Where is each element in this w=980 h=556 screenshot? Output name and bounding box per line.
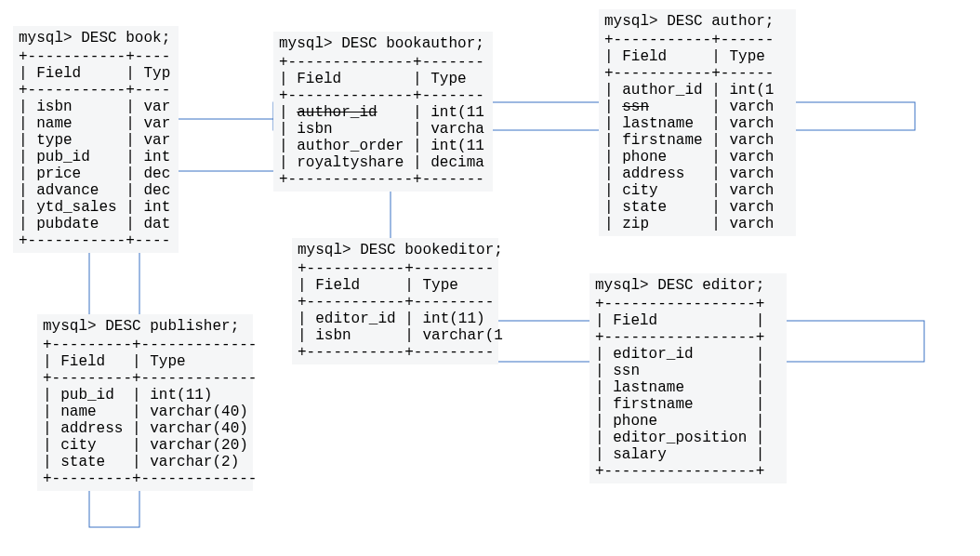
sep: +--------------+------- [279, 171, 487, 188]
table-row: | advance | dec [19, 182, 173, 199]
table-row: | phone | varch [604, 149, 790, 165]
header-row: | Field | Type [279, 71, 487, 87]
table-row: | editor_position | [595, 430, 781, 446]
header-row: | Field | Type [604, 48, 790, 65]
table-row: | lastname | [595, 379, 781, 396]
sep: +--------------+------- [279, 54, 487, 71]
sep: +-----------+---- [19, 48, 173, 65]
table-row: | address | varchar(40) [43, 420, 247, 437]
sep: +-----------+------ [604, 32, 790, 48]
table-row: | editor_id | int(11) [298, 311, 493, 327]
table-row: | royaltyshare | decima [279, 154, 487, 171]
sep: +-----------+--------- [298, 294, 493, 311]
table-row: | zip | varch [604, 216, 790, 232]
table-row: | salary | [595, 446, 781, 463]
table-row: | state | varch [604, 199, 790, 216]
table-row: | state | varchar(2) [43, 454, 247, 470]
header-row: | Field | Typ [19, 65, 173, 82]
desc-author-box: mysql> DESC author; +-----------+------ … [599, 9, 796, 236]
table-row: | pubdate | dat [19, 216, 173, 232]
table-row: | ssn | [595, 363, 781, 379]
desc-book-prompt: mysql> DESC book; [19, 30, 173, 46]
table-row: | phone | [595, 413, 781, 430]
desc-bookeditor-prompt: mysql> DESC bookeditor; [298, 242, 493, 258]
desc-publisher-prompt: mysql> DESC publisher; [43, 318, 247, 335]
desc-editor-box: mysql> DESC editor; +-----------------+ … [589, 273, 787, 483]
table-row: | pub_id | int(11) [43, 387, 247, 404]
sep: +-----------------+ [595, 463, 781, 480]
sep: +-----------+------ [604, 65, 790, 82]
table-row: | type | var [19, 132, 173, 149]
sep: +-----------+---- [19, 82, 173, 99]
table-row: | firstname | varch [604, 132, 790, 149]
table-row: | name | varchar(40) [43, 404, 247, 420]
sep: +-----------------+ [595, 296, 781, 312]
desc-book-box: mysql> DESC book; +-----------+---- | Fi… [13, 26, 179, 253]
table-row: | pub_id | int [19, 149, 173, 165]
table-row: | author_id | int(11 [279, 104, 487, 121]
table-row: | price | dec [19, 165, 173, 182]
sep: +---------+------------- [43, 337, 247, 353]
desc-editor-prompt: mysql> DESC editor; [595, 277, 781, 294]
table-row: | author_order | int(11 [279, 138, 487, 154]
header-row: | Field | [595, 312, 781, 329]
table-row: | city | varch [604, 182, 790, 199]
sep: +-----------+--------- [298, 344, 493, 361]
table-row: | isbn | var [19, 99, 173, 115]
sep: +--------------+------- [279, 87, 487, 104]
table-row: | address | varch [604, 165, 790, 182]
desc-bookauthor-prompt: mysql> DESC bookauthor; [279, 35, 487, 52]
table-row: | lastname | varch [604, 115, 790, 132]
table-row: | name | var [19, 115, 173, 132]
table-row: | firstname | [595, 396, 781, 413]
header-row: | Field | Type [43, 353, 247, 370]
table-row: | editor_id | [595, 346, 781, 363]
desc-bookeditor-box: mysql> DESC bookeditor; +-----------+---… [292, 238, 498, 364]
sep: +---------+------------- [43, 470, 247, 487]
sep: +---------+------------- [43, 370, 247, 387]
header-row: | Field | Type [298, 277, 493, 294]
desc-bookauthor-box: mysql> DESC bookauthor; +--------------+… [273, 32, 493, 192]
sep: +-----------+---- [19, 232, 173, 249]
desc-publisher-box: mysql> DESC publisher; +---------+------… [37, 314, 253, 491]
table-row: | isbn | varchar(1 [298, 327, 493, 344]
table-row: | isbn | varcha [279, 121, 487, 138]
table-row: | author_id | int(1 [604, 82, 790, 99]
sep: +-----------+--------- [298, 260, 493, 277]
table-row: | ytd_sales | int [19, 199, 173, 216]
desc-author-prompt: mysql> DESC author; [604, 13, 790, 30]
sep: +-----------------+ [595, 329, 781, 346]
table-row: | city | varchar(20) [43, 437, 247, 454]
table-row: | ssn | varch [604, 99, 790, 115]
